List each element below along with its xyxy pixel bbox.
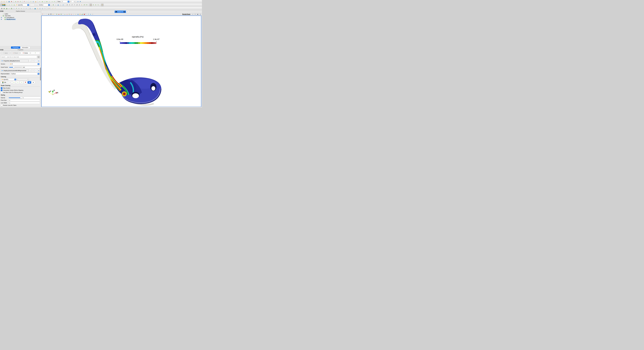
ruler-button[interactable]: ╱ [52,7,54,9]
delete-button[interactable]: ✖Delete [21,52,30,54]
tab-properties[interactable]: Properties [11,46,20,49]
camera-redo-button[interactable]: ↷ [44,13,46,15]
representation-dropdown-panel[interactable]: Surface ▲▼ [11,73,40,75]
nan-color-checkbox[interactable] [1,92,2,93]
render-view-3d-scene[interactable]: Y Z X [42,16,201,107]
edit-color-map-button[interactable] [2,4,4,6]
color-legend[interactable]: sigmaEq (Pa) 0.0e+00 1.3e+07 [113,36,162,44]
render-view-title[interactable]: RenderView1 [182,13,190,15]
save-animation-button[interactable]: ❖ [10,0,12,3]
interactive-select-cells-button[interactable]: ◻ [70,13,72,15]
search-options-gear-icon[interactable]: ⚙ [37,56,40,58]
properties-scrollbar[interactable] [40,67,41,80]
line-width-input[interactable] [9,102,40,104]
disconnect-server-button[interactable]: ⊘ [17,0,19,3]
layout-tab-close-icon[interactable]: ✕ [124,11,125,12]
zoom-to-box-button[interactable]: ▢ [60,4,62,6]
save-defaults-icon[interactable]: ▣ [38,59,40,62]
plot-over-line-button[interactable]: ◫ [29,7,31,9]
rotate-ccw-button[interactable]: ⟲ [92,4,94,6]
select-points-on-button[interactable]: ▪ [58,13,60,15]
undo-button[interactable]: ↶ [23,0,26,3]
grow-selection-button[interactable]: ✚ [87,13,89,15]
visibility-eye-icon[interactable]: ◉ [0,19,2,20]
undock-panel-icon[interactable]: ❐ [2,10,3,12]
coloring-array-dropdown[interactable]: sigmaEq ▲▼ [1,78,16,80]
rescale-to-data-range-button[interactable]: ↔ [6,4,8,6]
warp-by-vector-filter-button[interactable]: ∿ [20,7,22,9]
rotate-plus-90-button[interactable]: +90 [83,4,85,6]
save-extracts-button[interactable]: ▣ [8,0,10,3]
coloring-component-dropdown[interactable]: ▲▼ [18,78,29,80]
opacity-slider[interactable] [9,97,22,98]
reset-button[interactable]: ⊘Reset [11,52,20,54]
copy-display-icon[interactable]: ❏ [29,69,32,72]
shrink-selection-button[interactable]: ▬ [90,13,92,15]
section-properties-warpbyvector1[interactable]: Properties (WarpByVector1) [1,60,28,62]
select-points-polygon-button[interactable]: △ [66,13,68,15]
edit-color-legend-button[interactable]: e [32,81,35,84]
close-panel-icon[interactable]: ✕ [0,10,2,12]
close-panel-icon[interactable]: ✕ [0,49,2,50]
time-frame-spinbox[interactable]: 0 ▲▼ [70,0,75,3]
rescale-to-temporal-range-button[interactable]: ↔t [10,4,13,6]
open-file-button[interactable]: ◰ [1,0,3,3]
calculator-filter-button[interactable]: ▦ [1,7,3,9]
protractor-button[interactable]: ◠ [54,7,56,9]
reset-display-icon[interactable]: ↻ [35,69,37,72]
glyph-filter-button[interactable]: ✳ [15,7,18,9]
zoom-to-data-camera-button[interactable]: ◔ [77,0,79,3]
connect-server-button[interactable]: ⇉ [14,0,16,3]
rescale-to-custom-range-button[interactable]: ↔c [8,4,10,6]
find-data-button[interactable]: ◎ [32,0,34,3]
reset-camera-closest-button[interactable]: ◉ [57,4,59,6]
select-convert-button[interactable]: ◧ [79,13,81,15]
threshold-filter-button[interactable]: ▨ [10,7,12,9]
paste-display-icon[interactable]: ❐ [32,69,34,72]
rescale-to-data-range-button-2[interactable]: ↔ [12,81,16,84]
select-cells-polygon-button[interactable]: ◬ [64,13,66,15]
visibility-eye-icon[interactable]: ◉ [0,17,2,18]
search-input[interactable] [1,56,37,58]
time-value-dropdown[interactable]: 1 ▲▼ [62,0,70,3]
set-view-minus-y-button[interactable]: -Y [73,4,76,6]
maximize-view-button[interactable]: ▣ [196,13,199,15]
interactive-select-points-button[interactable]: ◌ [73,13,74,15]
last-frame-button[interactable]: ⇥ [51,0,53,3]
tab-information[interactable]: Information [20,46,30,49]
select-frustum-points-button[interactable]: ◆ [77,13,79,15]
set-view-minus-x-button[interactable]: -X [68,4,70,6]
previous-frame-button[interactable]: ◀ [41,0,43,3]
rotate-cw-button[interactable]: ⟳ [95,4,97,6]
edit-color-map-button-panel[interactable]: Edit [1,81,8,83]
redo-button[interactable]: ↷ [26,0,28,3]
python-calculator-button[interactable]: ⊛ [44,7,46,9]
clip-filter-button[interactable]: ◪ [6,7,8,9]
pipeline-item-warpbyvector1[interactable]: ◉▣WarpByVector1 [0,18,41,20]
opacity-input[interactable] [22,97,41,99]
split-vertical-button[interactable]: ⊟ [194,13,196,15]
plot-global-variables-button[interactable]: ◶ [41,7,44,9]
save-display-icon[interactable]: ▣ [38,69,40,72]
rescale-to-visible-range-button[interactable]: ↔◉ [13,4,15,6]
zoom-to-data-button[interactable]: ◔ [62,4,64,6]
extract-subset-filter-button[interactable]: ⊡ [13,7,15,9]
camera-orientation-button[interactable]: ⊿ [90,4,92,6]
zoom-box-button[interactable]: ◔ [52,13,54,15]
play-button[interactable]: ▶ [46,0,48,3]
next-frame-button[interactable]: ▷ [48,0,50,3]
pipeline-item-case-foam[interactable]: ◡▣case.foam [0,15,41,16]
interpolate-scalars-checkbox[interactable] [1,89,2,91]
scale-factor-input[interactable] [22,66,40,68]
color-palette-button[interactable]: ◒ [35,0,37,3]
section-display-representation[interactable]: Display (UnstructuredGridRepresentati [1,69,28,72]
help-button[interactable]: ? [31,52,40,54]
capture-camera-button[interactable]: ✚ [79,0,82,3]
programmable-filter-button[interactable]: {…} [48,7,50,9]
scale-factor-slider[interactable] [9,67,22,67]
slider-knob[interactable] [20,97,22,99]
plot-selection-over-time-button[interactable]: ◵ [39,7,41,9]
new-layout-tab-button[interactable]: + [126,10,129,13]
reset-session-button[interactable]: ↻ [19,0,22,3]
slice-filter-button[interactable]: ▱ [8,7,10,9]
